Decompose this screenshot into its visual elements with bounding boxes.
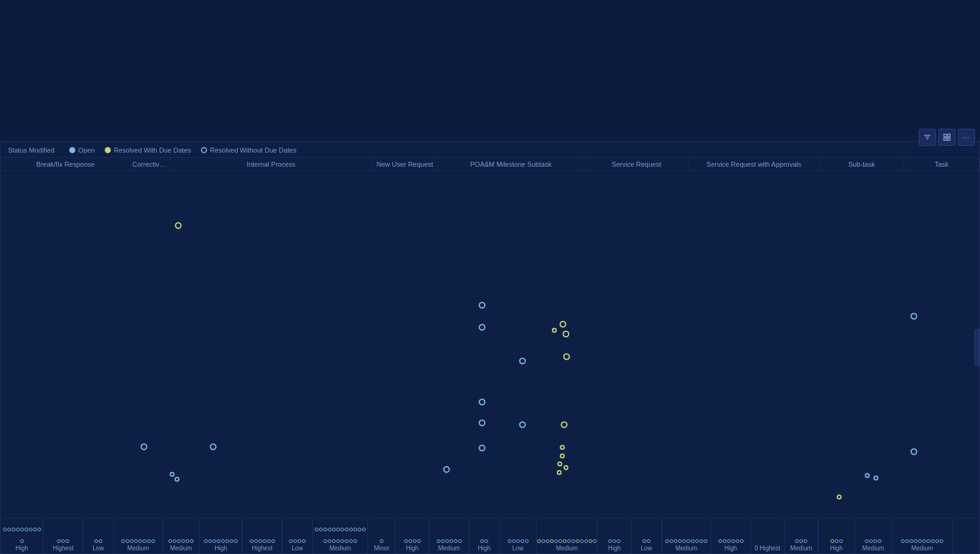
axis-group: Low xyxy=(83,518,114,553)
axis-mini-dot xyxy=(230,539,233,543)
axis-label: Low xyxy=(511,543,524,553)
axis-group: Medium xyxy=(785,518,818,553)
axis-group: High xyxy=(711,518,751,553)
scatter-dot xyxy=(443,466,450,472)
axis-dots-row xyxy=(1,518,43,543)
axis-label: High xyxy=(405,543,420,553)
axis-group: Minor xyxy=(368,518,396,553)
col-header-service_req_approvals: Service Request with Approvals xyxy=(689,158,820,170)
axis-dots-row xyxy=(794,518,808,543)
scatter-dot xyxy=(557,470,562,475)
axis-mini-dot xyxy=(323,528,327,531)
axis-mini-dot xyxy=(33,528,37,531)
more-button[interactable]: ··· xyxy=(958,129,975,146)
axis-group: Medium xyxy=(313,518,368,553)
axis-group: Low xyxy=(631,518,662,553)
axis-label: High xyxy=(477,543,492,553)
axis-label: Medium xyxy=(437,543,461,553)
scatter-dot xyxy=(560,321,567,328)
axis-group: Medium xyxy=(114,518,163,553)
scatter-dot xyxy=(560,445,565,450)
axis-dots-row xyxy=(203,518,238,543)
axis-label: Low xyxy=(91,543,105,553)
legend-bar: Status Modified Open Resolved With Due D… xyxy=(1,142,979,158)
axis-mini-dot xyxy=(332,528,336,531)
axis-label: Medium xyxy=(126,543,151,553)
axis-mini-dot xyxy=(315,528,318,531)
legend-open: Open xyxy=(69,146,95,154)
legend-resolved-with-label: Resolved With Due Dates xyxy=(114,146,191,154)
axis-mini-dot xyxy=(935,539,939,543)
axis-dots-row xyxy=(313,518,368,543)
axis-mini-dot xyxy=(546,539,549,543)
axis-label: Highest xyxy=(251,543,274,553)
axis-mini-dot xyxy=(37,528,41,531)
scatter-dot xyxy=(552,328,557,333)
axis-mini-dot xyxy=(24,528,28,531)
axis-group: Medium xyxy=(537,518,598,553)
axis-mini-dot xyxy=(525,539,529,543)
axis-dots-row xyxy=(864,518,882,543)
axis-dots-row xyxy=(900,518,944,543)
scatter-dot xyxy=(563,353,570,360)
axis-mini-dot xyxy=(541,539,545,543)
scatter-dot xyxy=(557,461,562,466)
col-header-internal: Internal Process xyxy=(170,158,372,170)
axis-mini-dot xyxy=(905,539,909,543)
scatter-dot xyxy=(479,444,486,451)
axis-dots-row xyxy=(767,518,768,543)
axis-mini-dot xyxy=(665,539,669,543)
legend-resolved-without-label: Resolved Without Due Dates xyxy=(210,146,296,154)
axis-label: High xyxy=(213,543,228,553)
filter-button[interactable] xyxy=(919,129,936,146)
axis-dots-row xyxy=(718,518,744,543)
axis-group: High xyxy=(396,518,429,553)
axis-mini-dot xyxy=(358,528,361,531)
axis-mini-dot xyxy=(584,539,588,543)
axis-group: Low xyxy=(500,518,537,553)
axis-group: Highest xyxy=(43,518,83,553)
chart-body: Break/fix ResponseCorrective...Internal … xyxy=(1,158,979,553)
axis-dots-row xyxy=(121,518,156,543)
axis-group: High xyxy=(200,518,243,553)
axis-dots-row xyxy=(94,518,103,543)
scatter-dot xyxy=(561,421,568,428)
axis-mini-dot xyxy=(234,539,238,543)
scatter-dot xyxy=(210,443,217,450)
axis-dots-row xyxy=(830,518,843,543)
axis-mini-dot xyxy=(740,539,744,543)
axis-dots-row xyxy=(288,518,306,543)
legend-resolved-without: Resolved Without Due Dates xyxy=(201,146,296,154)
side-handle[interactable] xyxy=(974,329,979,366)
axis-mini-dot xyxy=(328,528,331,531)
axis-dots-row xyxy=(436,518,462,543)
scatter-dot xyxy=(141,443,148,450)
axis-mini-dot xyxy=(589,539,592,543)
scatter-dot xyxy=(479,302,486,308)
axis-mini-dot xyxy=(336,528,340,531)
svg-rect-3 xyxy=(944,134,946,137)
col-header-corrective: Corrective... xyxy=(131,158,170,170)
axis-mini-dot xyxy=(349,528,353,531)
top-area xyxy=(0,0,980,141)
axis-label: Medium xyxy=(861,543,886,553)
axis-dots-row xyxy=(537,518,597,543)
axis-mini-dot xyxy=(669,539,673,543)
axis-dots-row xyxy=(507,518,529,543)
scatter-dot xyxy=(560,453,565,458)
col-header-new_user: New User Request xyxy=(372,158,438,170)
axis-mini-dot xyxy=(940,539,943,543)
axis-dots-row xyxy=(665,518,708,543)
axis-mini-dot xyxy=(323,539,327,543)
scatter-dot xyxy=(519,421,526,428)
column-headers: Break/fix ResponseCorrective...Internal … xyxy=(1,158,979,171)
axis-group: Medium xyxy=(662,518,711,553)
axis-dots-row xyxy=(404,518,421,543)
axis-mini-dot xyxy=(537,539,541,543)
axis-label: Minor xyxy=(372,543,390,553)
axis-mini-dot xyxy=(3,528,7,531)
legend-resolved-with-dot xyxy=(105,147,111,153)
scatter-dot xyxy=(865,473,870,478)
layout-button[interactable] xyxy=(938,129,956,146)
scatter-dot xyxy=(873,476,878,480)
